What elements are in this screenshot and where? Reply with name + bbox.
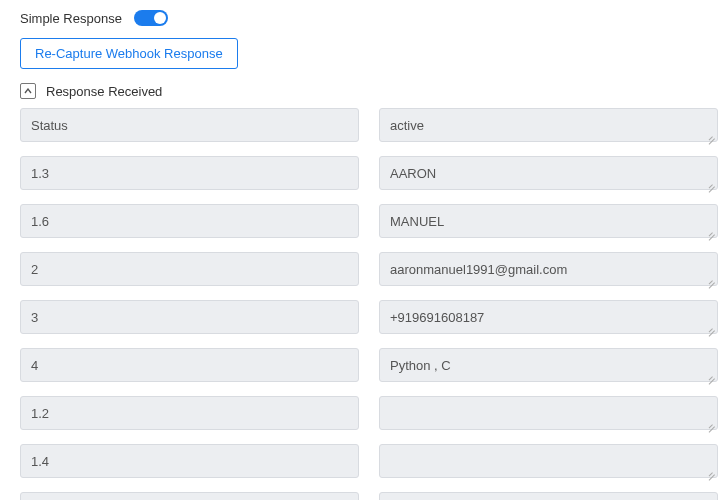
response-key-field[interactable]: 1.8	[20, 492, 359, 500]
response-key-field[interactable]: 1.3	[20, 156, 359, 190]
simple-response-label: Simple Response	[20, 11, 122, 26]
collapse-toggle[interactable]	[20, 83, 36, 99]
response-key-field[interactable]: 3	[20, 300, 359, 334]
response-row: 1.8	[20, 492, 718, 500]
resize-grip-icon	[707, 323, 715, 331]
response-value-field[interactable]	[379, 396, 718, 430]
simple-response-toggle[interactable]	[134, 10, 168, 26]
simple-response-header: Simple Response	[0, 0, 726, 34]
resize-grip-icon	[707, 275, 715, 283]
actions-row: Re-Capture Webhook Response	[0, 34, 726, 79]
response-key-field[interactable]: 4	[20, 348, 359, 382]
resize-grip-icon	[707, 419, 715, 427]
response-row: 1.6MANUEL	[20, 204, 718, 238]
section-title: Response Received	[46, 84, 162, 99]
response-value-field[interactable]: +919691608187	[379, 300, 718, 334]
response-value-field[interactable]: Python , C	[379, 348, 718, 382]
response-row: 1.2	[20, 396, 718, 430]
resize-grip-icon	[707, 131, 715, 139]
response-key-field[interactable]: 1.6	[20, 204, 359, 238]
recapture-button[interactable]: Re-Capture Webhook Response	[20, 38, 238, 69]
response-row: 3+919691608187	[20, 300, 718, 334]
resize-grip-icon	[707, 371, 715, 379]
response-value-field[interactable]	[379, 444, 718, 478]
resize-grip-icon	[707, 467, 715, 475]
response-list-scroll[interactable]: Statusactive1.3AARON1.6MANUEL2aaronmanue…	[0, 104, 726, 500]
response-row: 4Python , C	[20, 348, 718, 382]
response-value-field[interactable]: AARON	[379, 156, 718, 190]
response-row: 1.3AARON	[20, 156, 718, 190]
response-key-field[interactable]: Status	[20, 108, 359, 142]
response-row: 2aaronmanuel1991@gmail.com	[20, 252, 718, 286]
response-value-field[interactable]: active	[379, 108, 718, 142]
response-key-field[interactable]: 1.2	[20, 396, 359, 430]
resize-grip-icon	[707, 227, 715, 235]
response-key-field[interactable]: 2	[20, 252, 359, 286]
response-value-field[interactable]	[379, 492, 718, 500]
response-key-field[interactable]: 1.4	[20, 444, 359, 478]
chevron-up-icon	[24, 88, 32, 94]
response-value-field[interactable]: MANUEL	[379, 204, 718, 238]
response-value-field[interactable]: aaronmanuel1991@gmail.com	[379, 252, 718, 286]
response-row: Statusactive	[20, 108, 718, 142]
response-row: 1.4	[20, 444, 718, 478]
resize-grip-icon	[707, 179, 715, 187]
